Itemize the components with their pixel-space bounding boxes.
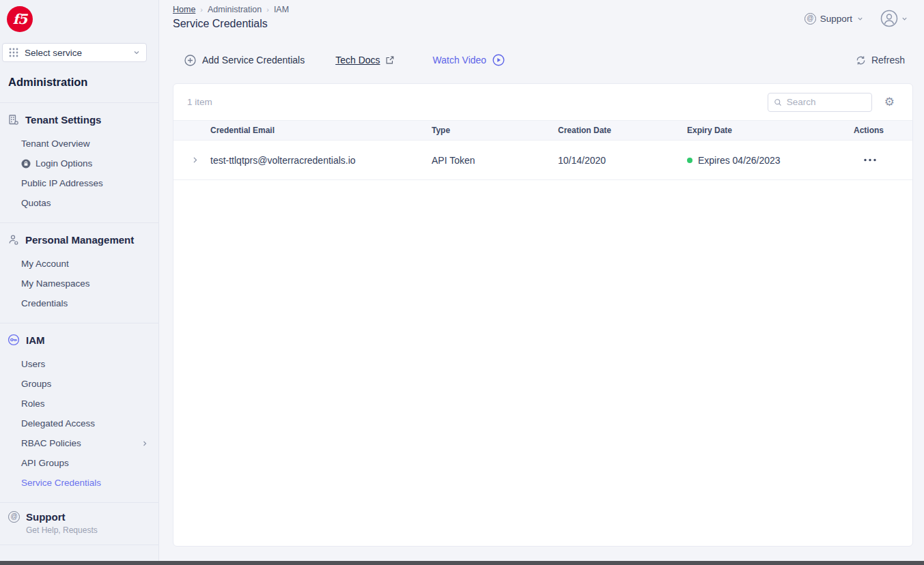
add-service-credentials-button[interactable]: Add Service Credentials (184, 55, 305, 66)
service-credentials-table-card: 1 item ⚙ Credential Email Type Creation … (173, 83, 913, 547)
sidebar-item-iam[interactable]: IAM (0, 332, 158, 348)
cell-expiry-date: Expires 04/26/2023 (687, 155, 854, 166)
sidebar-item-quotas[interactable]: Quotas (0, 193, 158, 213)
window-bottom-edge (0, 561, 924, 565)
cell-credential-email: test-ttlqtprs@volterracredentials.io (210, 155, 432, 166)
support-subtitle: Get Help, Requests (26, 525, 98, 535)
breadcrumb-separator: › (266, 5, 269, 14)
column-header-type[interactable]: Type (432, 126, 558, 135)
select-service-label: Select service (25, 48, 82, 58)
chevron-right-icon (191, 156, 199, 164)
chevron-down-icon (132, 48, 141, 57)
gear-icon[interactable]: ⚙ (884, 96, 895, 108)
breadcrumb-administration[interactable]: Administration (208, 5, 262, 14)
f5-logo[interactable]: f5 (7, 6, 33, 32)
user-menu[interactable] (880, 10, 908, 27)
group-title: Tenant Settings (25, 114, 101, 126)
nav-group-tenant-settings: Tenant Settings Tenant Overview Login Op… (0, 103, 158, 223)
expiry-label: Expires 04/26/2023 (698, 155, 781, 166)
sidebar-item-public-ip-addresses[interactable]: Public IP Addresses (0, 173, 158, 193)
sidebar-item-support[interactable]: @ Support Get Help, Requests (0, 503, 158, 545)
tech-docs-link[interactable]: Tech Docs (335, 55, 394, 66)
at-circle-icon: @ (8, 511, 20, 523)
grid-icon (8, 47, 19, 58)
external-link-icon (385, 55, 395, 65)
sidebar-item-groups[interactable]: Groups (0, 374, 158, 394)
sidebar-item-tenant-overview[interactable]: Tenant Overview (0, 134, 158, 154)
table-row: test-ttlqtprs@volterracredentials.io API… (173, 141, 912, 180)
ellipsis-icon (863, 158, 877, 162)
column-header-credential-email[interactable]: Credential Email (210, 126, 432, 135)
avatar (880, 10, 898, 27)
sidebar-item-login-options[interactable]: Login Options (0, 154, 158, 173)
breadcrumb-separator: › (200, 5, 203, 14)
at-circle-icon: @ (804, 13, 816, 25)
sidebar-item-roles[interactable]: Roles (0, 394, 158, 414)
cell-creation-date: 10/14/2020 (558, 155, 687, 166)
item-count: 1 item (187, 97, 212, 107)
key-icon (8, 334, 20, 346)
search-icon (774, 98, 782, 107)
sidebar-item-users[interactable]: Users (0, 354, 158, 374)
chevron-down-icon (901, 15, 908, 23)
play-circle-icon (492, 54, 505, 66)
select-service-dropdown[interactable]: Select service (2, 43, 147, 62)
sidebar-item-credentials[interactable]: Credentials (0, 293, 158, 313)
search-box (768, 93, 872, 112)
support-title: Support (26, 511, 98, 523)
sidebar-item-api-groups[interactable]: API Groups (0, 453, 158, 473)
person-gear-icon (8, 234, 19, 246)
watch-video-link[interactable]: Watch Video (433, 54, 505, 66)
cell-type: API Token (432, 155, 558, 166)
sidebar-nav: Tenant Settings Tenant Overview Login Op… (0, 103, 158, 545)
page-title: Service Credentials (173, 18, 268, 30)
column-header-actions: Actions (854, 126, 912, 135)
table-header-row: Credential Email Type Creation Date Expi… (173, 120, 912, 141)
refresh-button[interactable]: Refresh (856, 55, 905, 66)
breadcrumb-home[interactable]: Home (173, 5, 195, 14)
sidebar-item-my-account[interactable]: My Account (0, 254, 158, 274)
refresh-label: Refresh (871, 55, 905, 66)
sidebar-section-title: Administration (8, 76, 87, 89)
column-header-expiry-date[interactable]: Expiry Date (687, 126, 854, 135)
breadcrumb-iam[interactable]: IAM (274, 5, 289, 14)
support-menu-label: Support (820, 14, 852, 24)
chevron-down-icon (856, 15, 864, 23)
main-content: Home › Administration › IAM Service Cred… (160, 0, 924, 565)
row-actions-button[interactable] (854, 158, 912, 162)
lock-badge-icon (21, 159, 31, 169)
toolbar: Add Service Credentials Tech Docs Watch … (184, 50, 905, 70)
group-title: IAM (26, 334, 45, 346)
building-icon (8, 114, 19, 126)
nav-group-personal-management: Personal Management My Account My Namesp… (0, 223, 158, 323)
sidebar-item-personal-management[interactable]: Personal Management (0, 231, 158, 248)
sidebar-item-tenant-settings[interactable]: Tenant Settings (0, 111, 158, 128)
sidebar-item-delegated-access[interactable]: Delegated Access (0, 414, 158, 433)
search-input[interactable] (787, 97, 866, 107)
refresh-icon (856, 55, 866, 66)
nav-group-iam: IAM Users Groups Roles Delegated Access … (0, 323, 158, 503)
plus-circle-icon (184, 55, 196, 66)
tech-docs-label: Tech Docs (335, 55, 380, 66)
status-dot (687, 158, 692, 163)
breadcrumb: Home › Administration › IAM (173, 5, 289, 14)
column-header-creation-date[interactable]: Creation Date (558, 126, 687, 135)
group-title: Personal Management (25, 234, 134, 246)
support-menu[interactable]: @ Support (804, 13, 864, 25)
add-service-credentials-label: Add Service Credentials (202, 55, 305, 66)
row-expand-button[interactable] (173, 156, 210, 164)
sidebar: f5 Select service Administration (0, 0, 159, 565)
chevron-right-icon (141, 439, 149, 448)
sidebar-item-service-credentials[interactable]: Service Credentials (0, 473, 158, 493)
sidebar-item-rbac-policies[interactable]: RBAC Policies (0, 433, 158, 453)
watch-video-label: Watch Video (433, 55, 487, 66)
sidebar-item-my-namespaces[interactable]: My Namespaces (0, 274, 158, 293)
